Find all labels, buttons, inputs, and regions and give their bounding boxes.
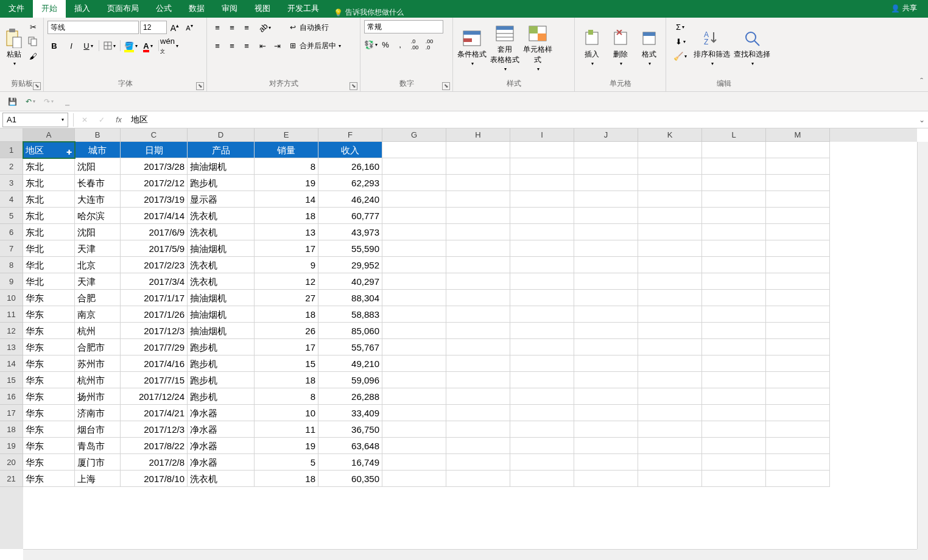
- cell[interactable]: [574, 454, 638, 471]
- percent-button[interactable]: %: [379, 38, 392, 51]
- cell[interactable]: 净水器: [188, 405, 255, 421]
- cell[interactable]: [638, 257, 702, 273]
- cell[interactable]: [510, 405, 574, 421]
- tell-me-search[interactable]: 💡 告诉我你想做什么: [334, 7, 404, 18]
- cell[interactable]: [574, 257, 638, 273]
- cell[interactable]: 烟台市: [75, 421, 121, 438]
- cell[interactable]: [382, 208, 446, 224]
- cell[interactable]: [510, 208, 574, 224]
- number-format-select[interactable]: [364, 20, 443, 33]
- column-header[interactable]: E: [255, 128, 318, 142]
- cell[interactable]: 29,952: [318, 257, 382, 273]
- cell[interactable]: [638, 290, 702, 306]
- cell[interactable]: 2017/7/29: [121, 339, 188, 355]
- cell[interactable]: [638, 158, 702, 175]
- cell[interactable]: 济南市: [75, 405, 121, 421]
- cell[interactable]: [382, 306, 446, 323]
- cell[interactable]: [574, 191, 638, 208]
- cell[interactable]: 沈阳: [75, 224, 121, 240]
- tab-file[interactable]: 文件: [0, 0, 33, 18]
- cell[interactable]: 8: [255, 388, 318, 405]
- formula-input[interactable]: [127, 113, 916, 127]
- cell[interactable]: 城市: [75, 142, 121, 158]
- cell[interactable]: 产品: [188, 142, 255, 158]
- cell[interactable]: 东北: [23, 175, 75, 191]
- cell[interactable]: [766, 306, 830, 323]
- column-header[interactable]: I: [510, 128, 574, 142]
- cell[interactable]: [510, 438, 574, 454]
- cell[interactable]: [574, 388, 638, 405]
- cell[interactable]: [446, 273, 510, 290]
- cell[interactable]: 南京: [75, 306, 121, 323]
- row-header[interactable]: 19: [0, 438, 23, 454]
- cell[interactable]: [638, 471, 702, 487]
- cell[interactable]: [574, 372, 638, 388]
- cell[interactable]: [702, 421, 766, 438]
- cell[interactable]: [702, 454, 766, 471]
- row-header[interactable]: 8: [0, 257, 23, 273]
- format-painter-button[interactable]: 🖌: [26, 49, 40, 63]
- cell[interactable]: [382, 191, 446, 208]
- cell[interactable]: 华东: [23, 355, 75, 372]
- cell[interactable]: [638, 273, 702, 290]
- cell[interactable]: [766, 191, 830, 208]
- cell[interactable]: [766, 240, 830, 257]
- cell[interactable]: 19: [255, 175, 318, 191]
- cell[interactable]: [446, 355, 510, 372]
- cell[interactable]: [702, 372, 766, 388]
- cell[interactable]: 扬州市: [75, 388, 121, 405]
- cell[interactable]: [382, 240, 446, 257]
- cell[interactable]: [510, 224, 574, 240]
- cell[interactable]: 净水器: [188, 438, 255, 454]
- cell[interactable]: 跑步机: [188, 388, 255, 405]
- cells-area[interactable]: 地区✚城市日期产品销量收入东北沈阳2017/3/28抽油烟机826,160东北长…: [23, 142, 917, 549]
- cell[interactable]: [702, 388, 766, 405]
- font-color-button[interactable]: A▾: [141, 39, 155, 52]
- cell[interactable]: [446, 191, 510, 208]
- cell[interactable]: [382, 372, 446, 388]
- cell[interactable]: 抽油烟机: [188, 158, 255, 175]
- cell[interactable]: [446, 471, 510, 487]
- cell[interactable]: 沈阳: [75, 158, 121, 175]
- cell[interactable]: [766, 175, 830, 191]
- column-header[interactable]: C: [121, 128, 188, 142]
- cell[interactable]: [510, 257, 574, 273]
- cell[interactable]: 11: [255, 421, 318, 438]
- cell[interactable]: 55,590: [318, 240, 382, 257]
- cell[interactable]: 36,750: [318, 421, 382, 438]
- cell[interactable]: [446, 323, 510, 339]
- cell[interactable]: 9: [255, 257, 318, 273]
- cell[interactable]: 2017/4/16: [121, 355, 188, 372]
- cell[interactable]: [382, 421, 446, 438]
- row-header[interactable]: 20: [0, 454, 23, 471]
- cell[interactable]: [446, 372, 510, 388]
- cell[interactable]: [510, 454, 574, 471]
- cell[interactable]: 合肥市: [75, 339, 121, 355]
- cell[interactable]: 62,293: [318, 175, 382, 191]
- cell[interactable]: 东北: [23, 208, 75, 224]
- cell[interactable]: [766, 372, 830, 388]
- paste-button[interactable]: 粘贴 ▾: [4, 20, 24, 75]
- cell[interactable]: [510, 158, 574, 175]
- cell[interactable]: [382, 355, 446, 372]
- cell[interactable]: 长春市: [75, 175, 121, 191]
- cell[interactable]: 33,409: [318, 405, 382, 421]
- cell[interactable]: [382, 224, 446, 240]
- cell[interactable]: 2017/1/17: [121, 290, 188, 306]
- number-launcher[interactable]: ⬊: [442, 82, 450, 90]
- cell[interactable]: [446, 158, 510, 175]
- cell[interactable]: [446, 405, 510, 421]
- cell[interactable]: 2017/2/8: [121, 454, 188, 471]
- row-header[interactable]: 2: [0, 158, 23, 175]
- cell[interactable]: [702, 240, 766, 257]
- cell[interactable]: 12: [255, 273, 318, 290]
- cell[interactable]: 抽油烟机: [188, 240, 255, 257]
- cell[interactable]: 华北: [23, 240, 75, 257]
- cell[interactable]: 跑步机: [188, 175, 255, 191]
- increase-indent-button[interactable]: ⇥: [270, 39, 284, 52]
- cell[interactable]: [702, 306, 766, 323]
- cell[interactable]: 洗衣机: [188, 224, 255, 240]
- row-header[interactable]: 1: [0, 142, 23, 158]
- cell[interactable]: 63,648: [318, 438, 382, 454]
- name-box-dropdown[interactable]: ▾: [62, 117, 64, 122]
